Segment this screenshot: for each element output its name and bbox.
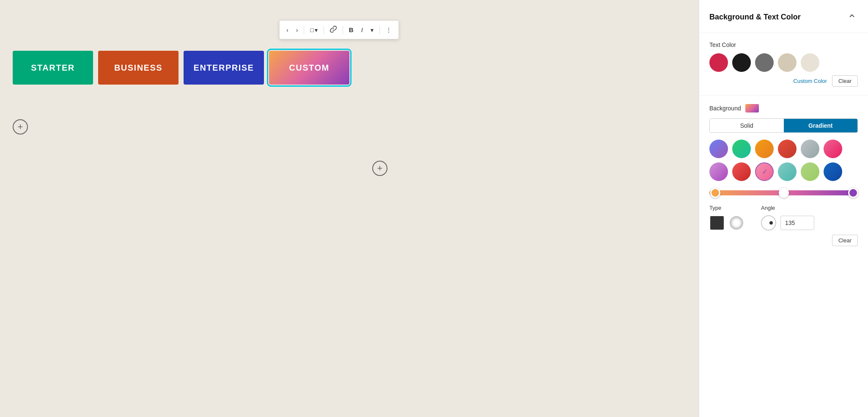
format-dropdown-button[interactable]: ▾ [367, 24, 377, 36]
type-radial-button[interactable] [729, 215, 744, 230]
background-section: Background Solid Gradient [709, 104, 858, 255]
background-clear-row: Clear [709, 235, 858, 255]
gradient-lime[interactable] [801, 162, 819, 181]
angle-input-row [761, 215, 814, 230]
panel-body: Text Color Custom Color Clear Background [699, 33, 868, 263]
panel-header: Background & Text Color [699, 0, 868, 33]
gradient-lavender[interactable] [709, 162, 728, 181]
custom-color-link[interactable]: Custom Color [793, 78, 827, 84]
type-icons [709, 215, 744, 230]
gradient-handle-mid[interactable] [779, 188, 789, 198]
block-icon: □ [310, 27, 313, 33]
custom-tab-button[interactable]: CUSTOM [269, 51, 349, 85]
gradient-handle-right[interactable] [848, 188, 858, 198]
gradient-blue-purple[interactable] [709, 140, 728, 158]
text-color-black[interactable] [732, 53, 751, 72]
text-color-section: Text Color Custom Color Clear [709, 41, 858, 87]
text-color-swatches [709, 53, 858, 72]
gradient-swatches-row1 [709, 140, 858, 158]
starter-tab-button[interactable]: STARTER [13, 51, 93, 85]
link-icon [330, 26, 337, 34]
gradient-slider[interactable] [709, 185, 858, 200]
gradient-green-teal[interactable] [732, 140, 751, 158]
text-color-off-white[interactable] [801, 53, 819, 72]
type-section: Type [709, 205, 744, 230]
type-angle-row: Type Angle [709, 205, 858, 230]
gradient-orange-red[interactable] [778, 140, 797, 158]
gradient-orange-yellow[interactable] [755, 140, 774, 158]
editor-toolbar: ‹ › □ ▾ B I ▾ ⋮ [279, 20, 399, 39]
text-color-clear-button[interactable]: Clear [832, 75, 858, 87]
background-gradient-preview [745, 104, 759, 112]
text-color-red[interactable] [709, 53, 728, 72]
background-label: Background [709, 105, 741, 112]
gradient-teal-mint[interactable] [778, 162, 797, 181]
canvas-area: ‹ › □ ▾ B I ▾ ⋮ STARTER BUSINESS ENTERPR… [0, 0, 699, 417]
gradient-swatches-row2 [709, 162, 858, 181]
more-options-button[interactable]: ⋮ [382, 24, 395, 36]
type-label: Type [709, 205, 744, 211]
toolbar-divider-1 [304, 26, 304, 34]
toolbar-divider-4 [379, 26, 380, 34]
angle-label: Angle [761, 205, 814, 211]
gradient-handle-left[interactable] [710, 188, 720, 198]
back-button[interactable]: ‹ [283, 24, 292, 36]
gradient-pink-magenta[interactable] [824, 140, 842, 158]
panel-title: Background & Text Color [709, 13, 801, 22]
type-radial-icon [730, 216, 743, 230]
angle-dot [769, 221, 773, 225]
type-linear-button[interactable] [709, 215, 725, 230]
business-tab-button[interactable]: BUSINESS [98, 51, 179, 85]
text-color-gray[interactable] [755, 53, 774, 72]
add-block-button-mid[interactable]: + [372, 161, 387, 176]
solid-toggle-button[interactable]: Solid [710, 119, 784, 132]
background-clear-button[interactable]: Clear [832, 235, 858, 246]
text-color-actions: Custom Color Clear [709, 75, 858, 87]
toolbar-divider-3 [343, 26, 343, 34]
gradient-crimson[interactable] [732, 162, 751, 181]
solid-gradient-toggle: Solid Gradient [709, 118, 858, 133]
collapse-button[interactable] [846, 10, 858, 24]
forward-button[interactable]: › [293, 24, 302, 36]
gradient-pink-selected[interactable] [755, 162, 774, 181]
link-button[interactable] [327, 23, 340, 36]
gradient-navy-blue[interactable] [824, 162, 842, 181]
text-color-label: Text Color [709, 41, 858, 48]
enterprise-tab-button[interactable]: ENTERPRISE [184, 51, 264, 85]
text-color-light-tan[interactable] [778, 53, 797, 72]
italic-button[interactable]: I [358, 24, 366, 36]
block-type-button[interactable]: □ ▾ [307, 24, 321, 36]
angle-input[interactable] [780, 216, 814, 230]
section-divider [699, 95, 868, 96]
block-dropdown-icon: ▾ [315, 27, 318, 33]
toolbar-divider-2 [324, 26, 324, 34]
gradient-toggle-button[interactable]: Gradient [784, 119, 858, 132]
add-block-button-top[interactable]: + [13, 119, 28, 134]
gradient-silver[interactable] [801, 140, 819, 158]
type-linear-icon [710, 216, 724, 230]
angle-section: Angle [761, 205, 814, 230]
angle-circle[interactable] [761, 215, 776, 230]
tab-buttons-row: STARTER BUSINESS ENTERPRISE CUSTOM [13, 51, 349, 85]
bold-button[interactable]: B [346, 24, 357, 36]
right-panel: Background & Text Color Text Color Custo… [699, 0, 868, 417]
background-header: Background [709, 104, 858, 112]
